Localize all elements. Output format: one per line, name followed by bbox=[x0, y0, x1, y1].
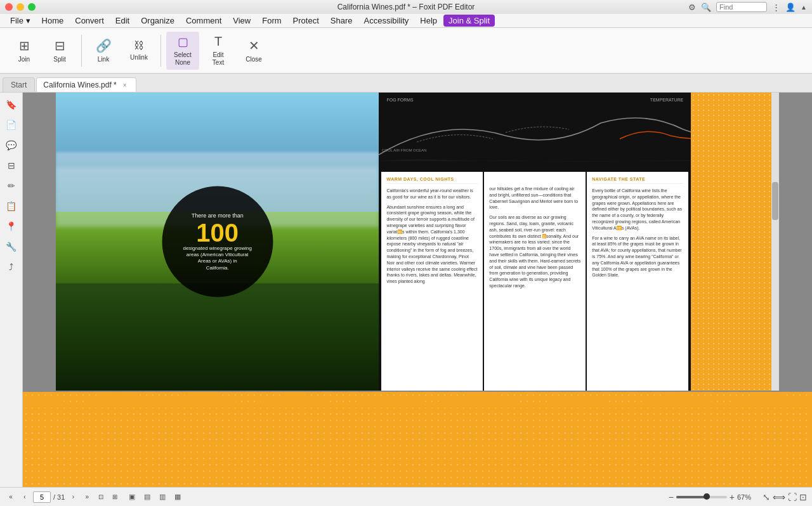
tab-file[interactable]: California Wines.pdf * × bbox=[36, 77, 136, 92]
join-button[interactable]: ⊞ Join bbox=[8, 32, 41, 70]
menu-comment[interactable]: Comment bbox=[181, 15, 226, 27]
pdf-columns: WARM DAYS, COOL NIGHTS California's wond… bbox=[379, 172, 691, 391]
maximize-window-button[interactable] bbox=[28, 3, 36, 11]
last-page-button[interactable]: » bbox=[81, 491, 93, 503]
join-icon: ⊞ bbox=[19, 38, 30, 53]
zoom-slider-thumb[interactable] bbox=[704, 493, 710, 500]
sidebar-comment[interactable]: 💬 bbox=[2, 136, 21, 155]
split-label: Split bbox=[53, 56, 65, 63]
vertical-scrollbar[interactable] bbox=[771, 93, 779, 391]
fullscreen-button[interactable]: ⛶ bbox=[788, 492, 797, 502]
unlink-icon: ⛓ bbox=[134, 40, 144, 51]
title-bar: California Wines.pdf * – Foxit PDF Edito… bbox=[0, 0, 812, 14]
fit-width-button[interactable]: ⟺ bbox=[773, 492, 785, 502]
pdf-viewer: There are more than 100 designated wineg… bbox=[23, 93, 812, 487]
menu-edit[interactable]: Edit bbox=[110, 15, 134, 27]
menu-help[interactable]: Help bbox=[415, 15, 442, 27]
more-options-icon[interactable]: ⋮ bbox=[772, 3, 780, 12]
diagram-svg: COOL AIR FROM OCEAN bbox=[379, 104, 691, 164]
page-layout-button-2[interactable]: ⊞ bbox=[109, 491, 121, 503]
page-layout-button-1[interactable]: ⊡ bbox=[95, 491, 107, 503]
split-icon: ⊟ bbox=[55, 38, 65, 53]
next-page-button[interactable]: › bbox=[67, 491, 79, 503]
sidebar-doc[interactable]: 📋 bbox=[2, 197, 21, 216]
prev-page-button[interactable]: ‹ bbox=[19, 491, 30, 503]
middle-column-text: our hillsides get a fine mixture of cool… bbox=[489, 186, 580, 289]
sidebar-tool[interactable]: 🔧 bbox=[2, 237, 21, 256]
join-label: Join bbox=[18, 56, 30, 63]
menu-form[interactable]: Form bbox=[257, 15, 286, 27]
left-column-text: California's wonderful year-round weathe… bbox=[386, 188, 478, 285]
menu-view[interactable]: View bbox=[228, 15, 256, 27]
minimize-window-button[interactable] bbox=[16, 3, 24, 11]
close-icon: ✕ bbox=[249, 38, 259, 53]
panel-toggle-button[interactable]: ⊡ bbox=[799, 492, 807, 502]
sidebar-bookmark[interactable]: 🔖 bbox=[2, 95, 21, 114]
diagram-label-temp: TEMPERATURE bbox=[650, 98, 683, 102]
tab-file-label: California Wines.pdf * bbox=[43, 81, 116, 89]
zoom-controls: − + 67% ⤡ ⟺ ⛶ ⊡ bbox=[669, 492, 807, 502]
link-icon: 🔗 bbox=[96, 38, 112, 53]
zoom-out-button[interactable]: − bbox=[669, 492, 674, 502]
pdf-diagram: FOG FORMS TEMPERATURE COOL AIR FROM OCE bbox=[379, 93, 691, 172]
right-column-text: Every bottle of California wine lists th… bbox=[592, 188, 683, 278]
close-window-button[interactable] bbox=[5, 3, 13, 11]
tab-close-button[interactable]: × bbox=[121, 81, 129, 89]
menu-convert[interactable]: Convert bbox=[70, 15, 109, 27]
facing-view-icon[interactable]: ▦ bbox=[171, 491, 184, 503]
split-button[interactable]: ⊟ Split bbox=[43, 32, 76, 70]
link-button[interactable]: 🔗 Link bbox=[87, 32, 120, 70]
edit-text-button[interactable]: T EditText bbox=[202, 32, 235, 70]
edit-text-label: EditText bbox=[213, 51, 224, 67]
page-separator: / 31 bbox=[53, 493, 65, 501]
window-title: California Wines.pdf * – Foxit PDF Edito… bbox=[337, 3, 475, 11]
sidebar-pen[interactable]: ✏ bbox=[2, 176, 21, 195]
search-icon[interactable]: 🔍 bbox=[701, 3, 711, 12]
select-none-button[interactable]: ▢ SelectNone bbox=[166, 32, 199, 70]
two-page-view-icon[interactable]: ▥ bbox=[156, 491, 169, 503]
fit-page-button[interactable]: ⤡ bbox=[763, 492, 770, 502]
zoom-slider-fill bbox=[676, 496, 707, 498]
tab-start[interactable]: Start bbox=[3, 77, 35, 92]
circle-text-bottom: designated winegrape growingareas (Ameri… bbox=[183, 245, 252, 271]
menu-accessibility[interactable]: Accessibility bbox=[358, 15, 414, 27]
close-button[interactable]: ✕ Close bbox=[237, 32, 270, 70]
user-icon[interactable]: 👤 bbox=[785, 3, 796, 12]
find-input[interactable] bbox=[716, 2, 767, 12]
menu-protect[interactable]: Protect bbox=[288, 15, 324, 27]
left-column-card: WARM DAYS, COOL NIGHTS California's wond… bbox=[381, 172, 483, 391]
circle-info: There are more than 100 designated wineg… bbox=[162, 186, 273, 297]
title-bar-right-icons: ⚙ 🔍 ⋮ 👤 ▲ bbox=[688, 2, 807, 12]
tab-start-label: Start bbox=[11, 81, 27, 89]
menu-home[interactable]: Home bbox=[37, 15, 69, 27]
sidebar-layers[interactable]: ⊟ bbox=[2, 156, 21, 175]
menu-file[interactable]: File ▾ bbox=[5, 15, 36, 27]
tab-bar: Start California Wines.pdf * × bbox=[0, 74, 812, 93]
menu-share[interactable]: Share bbox=[325, 15, 358, 27]
pdf-right-page: FOG FORMS TEMPERATURE COOL AIR FROM OCE bbox=[379, 93, 691, 391]
splatter-svg bbox=[23, 392, 809, 408]
page-number-input[interactable] bbox=[33, 491, 51, 503]
zoom-in-button[interactable]: + bbox=[730, 492, 735, 502]
window-controls[interactable] bbox=[5, 3, 36, 11]
first-page-button[interactable]: « bbox=[5, 491, 16, 503]
zoom-slider[interactable] bbox=[676, 496, 727, 498]
collapse-icon[interactable]: ▲ bbox=[801, 4, 807, 11]
sidebar-location[interactable]: 📍 bbox=[2, 217, 21, 236]
sidebar-page[interactable]: 📄 bbox=[2, 115, 21, 134]
right-orange-panel bbox=[691, 93, 779, 391]
continuous-view-icon[interactable]: ▤ bbox=[141, 491, 154, 503]
menu-organize[interactable]: Organize bbox=[136, 15, 180, 27]
main-area: 🔖 📄 💬 ⊟ ✏ 📋 📍 🔧 ⤴ bbox=[0, 93, 812, 487]
single-page-view-icon[interactable]: ▣ bbox=[126, 491, 138, 503]
select-none-label: SelectNone bbox=[174, 51, 192, 67]
unlink-button[interactable]: ⛓ Unlink bbox=[122, 32, 155, 70]
edit-text-icon: T bbox=[214, 34, 222, 49]
menu-join-split[interactable]: Join & Split bbox=[443, 15, 495, 27]
link-label: Link bbox=[98, 56, 109, 63]
close-label: Close bbox=[246, 56, 262, 63]
settings-icon[interactable]: ⚙ bbox=[688, 3, 696, 12]
sidebar-share[interactable]: ⤴ bbox=[2, 257, 21, 276]
left-column-header: WARM DAYS, COOL NIGHTS bbox=[386, 177, 478, 184]
scrollbar-thumb[interactable] bbox=[772, 182, 778, 220]
